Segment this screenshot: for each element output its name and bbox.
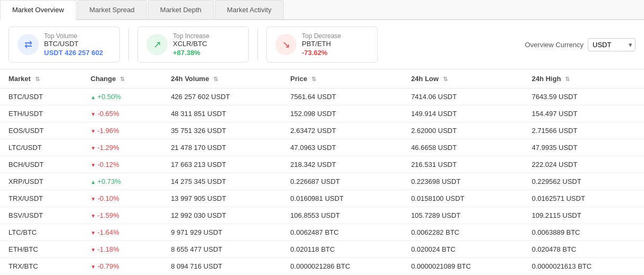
cell-volume: 48 311 851 USDT — [162, 105, 282, 122]
cell-change: +0.50% — [82, 88, 162, 105]
trending-up-icon: ↗ — [146, 34, 168, 55]
cell-market: LTC/USDT — [0, 139, 82, 156]
cell-high: 109.2115 USDT — [523, 207, 644, 224]
cell-price: 0.0062487 BTC — [282, 224, 403, 241]
table-row: TRX/USDT -0.10% 13 997 905 USDT 0.016098… — [0, 190, 644, 207]
col-high[interactable]: 24h High ⇅ — [523, 69, 644, 88]
market-table: Market ⇅ Change ⇅ 24h Volume ⇅ Price ⇅ 2… — [0, 69, 644, 275]
top-volume-pair: BTC/USDT — [44, 40, 103, 48]
sort-volume-icon: ⇅ — [213, 76, 218, 83]
cell-change: -0.12% — [82, 156, 162, 173]
cell-volume: 9 971 929 USDT — [162, 224, 282, 241]
sort-market-icon: ⇅ — [35, 76, 40, 83]
tab-market-activity[interactable]: Market Activity — [215, 0, 284, 19]
cell-low: 216.531 USDT — [403, 156, 524, 173]
swap-icon: ⇄ — [18, 34, 39, 55]
cell-change: -0.10% — [82, 190, 162, 207]
separator-2 — [257, 29, 258, 60]
table-row: BTC/USDT +0.50% 426 257 602 USDT 7561.64… — [0, 88, 644, 105]
cell-high: 2.71566 USDT — [523, 122, 644, 139]
down-arrow-icon — [91, 127, 98, 135]
cell-low: 0.0000021089 BTC — [403, 258, 524, 275]
sort-high-icon: ⇅ — [565, 76, 570, 83]
top-increase-pair: XCLR/BTC — [173, 40, 210, 48]
down-arrow-icon — [91, 110, 98, 118]
cell-change: -1.29% — [82, 139, 162, 156]
down-arrow-icon — [91, 194, 98, 202]
cell-volume: 8 655 477 USDT — [162, 241, 282, 258]
cell-high: 0.020478 BTC — [523, 241, 644, 258]
currency-label: Overview Currency — [525, 41, 584, 49]
cell-market: ETH/BTC — [0, 241, 82, 258]
cell-low: 0.0158100 USDT — [403, 190, 524, 207]
cell-market: BCH/USDT — [0, 156, 82, 173]
top-volume-value: USDT 426 257 602 — [44, 49, 103, 57]
cell-volume: 21 478 170 USDT — [162, 139, 282, 156]
cell-market: ETH/USDT — [0, 105, 82, 122]
table-row: ETH/BTC -1.18% 8 655 477 USDT 0.020118 B… — [0, 241, 644, 258]
cell-high: 0.0162571 USDT — [523, 190, 644, 207]
top-decrease-label: Top Decrease — [302, 32, 341, 40]
cell-high: 222.024 USDT — [523, 156, 644, 173]
col-low[interactable]: 24h Low ⇅ — [403, 69, 524, 88]
cell-low: 105.7289 USDT — [403, 207, 524, 224]
down-arrow-icon — [91, 262, 98, 270]
cell-high: 0.0000021613 BTC — [523, 258, 644, 275]
cell-low: 2.62000 USDT — [403, 122, 524, 139]
down-arrow-icon — [91, 144, 98, 152]
top-decrease-value: -73.62% — [302, 49, 341, 57]
table-row: BSV/USDT -1.59% 12 992 030 USDT 106.8553… — [0, 207, 644, 224]
col-price[interactable]: Price ⇅ — [282, 69, 403, 88]
cell-change: -0.65% — [82, 105, 162, 122]
cell-change: -1.96% — [82, 122, 162, 139]
currency-select[interactable]: USDT BTC ETH — [588, 38, 636, 51]
cell-volume: 8 094 716 USDT — [162, 258, 282, 275]
cell-price: 218.342 USDT — [282, 156, 403, 173]
cell-high: 7643.59 USDT — [523, 88, 644, 105]
cell-low: 7414.06 USDT — [403, 88, 524, 105]
cell-price: 47.0963 USDT — [282, 139, 403, 156]
cell-volume: 13 997 905 USDT — [162, 190, 282, 207]
table-row: EOS/USDT -1.96% 35 751 326 USDT 2.63472 … — [0, 122, 644, 139]
up-arrow-icon — [91, 178, 98, 185]
down-arrow-icon — [91, 245, 98, 253]
cell-market: TRX/BTC — [0, 258, 82, 275]
up-arrow-icon — [91, 93, 98, 101]
tab-bar: Market Overview Market Spread Market Dep… — [0, 0, 644, 20]
cell-high: 154.497 USDT — [523, 105, 644, 122]
cell-change: +0.73% — [82, 173, 162, 190]
col-change[interactable]: Change ⇅ — [82, 69, 162, 88]
cell-price: 7561.64 USDT — [282, 88, 403, 105]
down-arrow-icon — [91, 211, 98, 219]
col-volume[interactable]: 24h Volume ⇅ — [162, 69, 282, 88]
market-table-container: Market ⇅ Change ⇅ 24h Volume ⇅ Price ⇅ 2… — [0, 69, 644, 275]
table-body: BTC/USDT +0.50% 426 257 602 USDT 7561.64… — [0, 88, 644, 275]
cell-market: BSV/USDT — [0, 207, 82, 224]
tab-market-depth[interactable]: Market Depth — [148, 0, 214, 19]
tab-market-overview[interactable]: Market Overview — [0, 0, 76, 20]
cell-market: EOS/USDT — [0, 122, 82, 139]
cell-market: TRX/USDT — [0, 190, 82, 207]
sort-change-icon: ⇅ — [120, 76, 125, 83]
top-increase-value: +87.38% — [173, 49, 210, 57]
cell-low: 0.223698 USDT — [403, 173, 524, 190]
col-market[interactable]: Market ⇅ — [0, 69, 82, 88]
cell-low: 46.6658 USDT — [403, 139, 524, 156]
cell-change: -1.64% — [82, 224, 162, 241]
cell-price: 152.098 USDT — [282, 105, 403, 122]
tab-market-spread[interactable]: Market Spread — [77, 0, 147, 19]
cell-market: BTC/USDT — [0, 88, 82, 105]
cell-change: -1.59% — [82, 207, 162, 224]
table-row: LTC/USDT -1.29% 21 478 170 USDT 47.0963 … — [0, 139, 644, 156]
table-header: Market ⇅ Change ⇅ 24h Volume ⇅ Price ⇅ 2… — [0, 69, 644, 88]
currency-select-wrapper[interactable]: USDT BTC ETH — [588, 38, 636, 51]
down-arrow-icon — [91, 228, 98, 236]
top-increase-label: Top Increase — [173, 32, 210, 40]
table-row: BCH/USDT -0.12% 17 663 213 USDT 218.342 … — [0, 156, 644, 173]
top-decrease-pair: PBT/ETH — [302, 40, 341, 48]
table-row: LTC/BTC -1.64% 9 971 929 USDT 0.0062487 … — [0, 224, 644, 241]
table-row: TRX/BTC -0.79% 8 094 716 USDT 0.00000212… — [0, 258, 644, 275]
cell-change: -1.18% — [82, 241, 162, 258]
top-volume-label: Top Volume — [44, 32, 103, 40]
trending-down-icon: ↘ — [275, 34, 297, 55]
